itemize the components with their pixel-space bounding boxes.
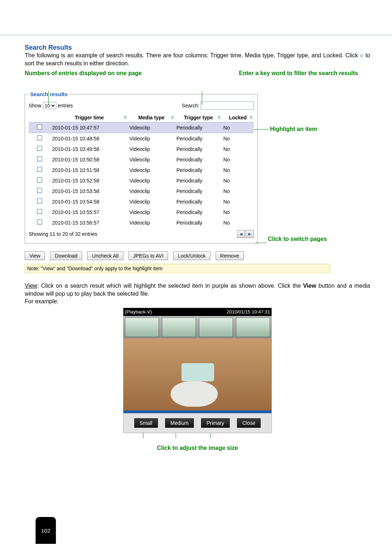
player-small-button[interactable]: Small (134, 418, 158, 428)
cell-media-type: Videoclip (128, 122, 175, 133)
cell-media-type: Videoclip (128, 207, 175, 217)
player-timestamp: 2010/01/15 10:47:31 (227, 309, 271, 315)
sort-icon (171, 115, 174, 119)
cell-locked: No (222, 165, 254, 175)
fieldset-legend: Search results (29, 91, 69, 97)
cell-trigger-type: Periodically (175, 175, 222, 186)
sort-icon (360, 54, 363, 58)
view-underline: View (25, 283, 37, 289)
connector-line (202, 91, 202, 105)
col-media-type[interactable]: Media type (128, 113, 175, 122)
row-checkbox[interactable] (37, 188, 42, 193)
cell-media-type: Videoclip (128, 217, 175, 228)
cell-trigger-type: Periodically (175, 154, 222, 165)
cell-locked: No (222, 144, 254, 154)
cell-media-type: Videoclip (128, 154, 175, 165)
col-trigger-type[interactable]: Trigger type (175, 113, 222, 122)
cell-trigger-type: Periodically (175, 133, 222, 144)
sort-icon (249, 115, 253, 119)
annotation-search-keyword: Enter a key word to filter the search re… (239, 70, 370, 77)
cell-trigger-time: 2010-01-15 10:52:58 (51, 175, 128, 186)
connector-line (48, 91, 49, 105)
cell-locked: No (222, 122, 254, 133)
pager: ◄ ► (237, 230, 254, 238)
cell-locked: No (222, 196, 254, 207)
view-paragraph: View: Click on a search result which wil… (25, 282, 370, 305)
remove-button[interactable]: Remove (216, 251, 244, 260)
col-locked[interactable]: Locked (222, 113, 254, 122)
size-connector-lines (123, 433, 272, 438)
cell-trigger-time: 2010-01-15 10:50:58 (51, 154, 128, 165)
row-checkbox[interactable] (37, 198, 42, 204)
table-row[interactable]: 2010-01-15 10:53:58VideoclipPeriodically… (29, 186, 254, 196)
row-checkbox[interactable] (37, 156, 42, 161)
cell-trigger-time: 2010-01-15 10:49:58 (51, 144, 128, 154)
cell-trigger-time: 2010-01-15 10:53:58 (51, 186, 128, 196)
connector-line (256, 243, 266, 243)
annotation-highlight-item: Highlight an item (270, 126, 350, 132)
cell-locked: No (222, 133, 254, 144)
player-close-button[interactable]: Close (237, 418, 261, 428)
cell-locked: No (222, 207, 254, 217)
table-row[interactable]: 2010-01-15 10:48:58VideoclipPeriodically… (29, 133, 254, 144)
table-row[interactable]: 2010-01-15 10:50:58VideoclipPeriodically… (29, 154, 254, 165)
media-player: (Playback-V) 2010/01/15 10:47:31 Small M… (123, 308, 272, 433)
status-text: Showing 11 to 20 of 32 entries (29, 231, 97, 237)
player-video-frame (123, 316, 271, 410)
table-row[interactable]: 2010-01-15 10:47:57VideoclipPeriodically… (29, 122, 254, 133)
annotation-switch-pages: Click to switch pages (268, 235, 348, 242)
row-checkbox[interactable] (37, 146, 42, 151)
cell-locked: No (222, 154, 254, 165)
cell-locked: No (222, 217, 254, 228)
cell-trigger-type: Periodically (175, 122, 222, 133)
cell-trigger-time: 2010-01-15 10:54:58 (51, 196, 128, 207)
table-row[interactable]: 2010-01-15 10:55:57VideoclipPeriodically… (29, 207, 254, 217)
col-checkbox (29, 113, 51, 122)
cell-media-type: Videoclip (128, 133, 175, 144)
cell-trigger-type: Periodically (175, 144, 222, 154)
connector-line (254, 129, 269, 130)
next-page-button[interactable]: ► (246, 230, 254, 238)
table-row[interactable]: 2010-01-15 10:52:58VideoclipPeriodically… (29, 175, 254, 186)
row-checkbox[interactable] (37, 209, 42, 214)
table-row[interactable]: 2010-01-15 10:54:58VideoclipPeriodically… (29, 196, 254, 207)
row-checkbox[interactable] (37, 177, 42, 182)
row-checkbox[interactable] (37, 167, 42, 172)
annotation-image-size: Click to adjust the image size (25, 445, 370, 451)
lock-unlock-button[interactable]: Lock/Unlock (173, 251, 210, 260)
view-text-a: : Click on a search result which will hi… (37, 283, 303, 289)
view-bold: View (303, 283, 316, 289)
col-trigger-time[interactable]: Trigger time (51, 113, 128, 122)
note-box: Note: "View" and "Download" only apply t… (25, 264, 330, 273)
table-row[interactable]: 2010-01-15 10:51:58VideoclipPeriodically… (29, 165, 254, 175)
intro-paragraph: The following is an example of search re… (25, 52, 370, 67)
search-results-fieldset: Search results Show 10 entries Search: (25, 91, 258, 243)
for-example-text: For example: (25, 298, 58, 304)
table-row[interactable]: 2010-01-15 10:56:57VideoclipPeriodically… (29, 217, 254, 228)
search-input[interactable] (201, 102, 254, 110)
player-label: (Playback-V) (123, 309, 227, 315)
prev-page-button[interactable]: ◄ (237, 230, 245, 238)
cell-trigger-type: Periodically (175, 186, 222, 196)
jpegs-to-avi-button[interactable]: JPEGs to AVI (128, 251, 168, 260)
cell-media-type: Videoclip (128, 144, 175, 154)
cell-locked: No (222, 175, 254, 186)
cell-trigger-time: 2010-01-15 10:55:57 (51, 207, 128, 217)
player-primary-button[interactable]: Primary (201, 418, 229, 428)
cell-media-type: Videoclip (128, 196, 175, 207)
intro-text-a: The following is an example of search re… (25, 52, 360, 58)
download-button[interactable]: Download (50, 251, 82, 260)
player-medium-button[interactable]: Medium (165, 418, 194, 428)
row-checkbox[interactable] (37, 219, 42, 225)
cell-trigger-type: Periodically (175, 165, 222, 175)
view-button[interactable]: View (25, 251, 45, 260)
row-checkbox[interactable] (37, 135, 42, 140)
section-heading: Search Results (25, 44, 370, 52)
table-row[interactable]: 2010-01-15 10:49:58VideoclipPeriodically… (29, 144, 254, 154)
cell-media-type: Videoclip (128, 186, 175, 196)
page-size-select[interactable]: 10 (43, 102, 56, 109)
row-checkbox[interactable] (37, 124, 42, 130)
cell-trigger-time: 2010-01-15 10:56:57 (51, 217, 128, 228)
uncheck-all-button[interactable]: Uncheck All (87, 251, 123, 260)
player-progress-bar[interactable] (123, 410, 271, 413)
